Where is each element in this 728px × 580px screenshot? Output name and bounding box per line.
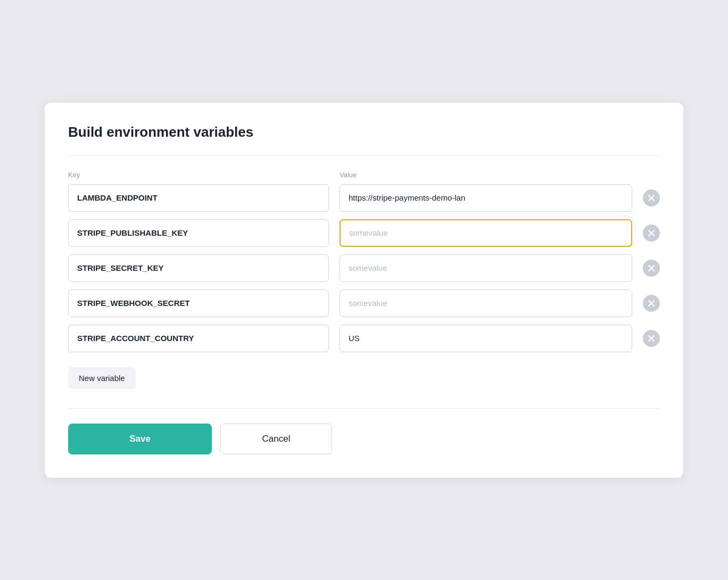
remove-variable-button[interactable]: [643, 189, 660, 206]
variable-row: [68, 184, 660, 212]
dialog-title: Build environment variables: [68, 124, 660, 140]
key-input[interactable]: [68, 184, 329, 212]
remove-variable-button[interactable]: [643, 225, 660, 242]
value-input[interactable]: [340, 289, 632, 317]
remove-variable-button[interactable]: [643, 330, 660, 347]
value-input[interactable]: [340, 219, 632, 247]
variable-row: [68, 254, 660, 282]
value-input[interactable]: [340, 325, 632, 352]
build-env-variables-dialog: Build environment variables Key Value Ne…: [45, 103, 683, 478]
variable-row: [68, 219, 660, 247]
cancel-button[interactable]: Cancel: [220, 424, 332, 454]
key-input[interactable]: [68, 254, 329, 282]
value-input[interactable]: [340, 184, 632, 212]
variable-rows: [68, 184, 660, 352]
save-button[interactable]: Save: [68, 424, 212, 454]
title-divider: [68, 155, 660, 156]
variable-row: [68, 289, 660, 317]
remove-variable-button[interactable]: [643, 260, 660, 277]
columns-header: Key Value: [68, 171, 660, 179]
value-column-label: Value: [340, 171, 633, 179]
key-input[interactable]: [68, 325, 329, 352]
action-divider: [68, 408, 660, 409]
key-input[interactable]: [68, 219, 329, 247]
variable-row: [68, 325, 660, 352]
key-input[interactable]: [68, 289, 329, 317]
action-buttons: Save Cancel: [68, 424, 660, 454]
new-variable-button[interactable]: New variable: [68, 367, 136, 389]
value-input[interactable]: [340, 254, 632, 282]
remove-variable-button[interactable]: [643, 295, 660, 312]
key-column-label: Key: [68, 171, 329, 179]
